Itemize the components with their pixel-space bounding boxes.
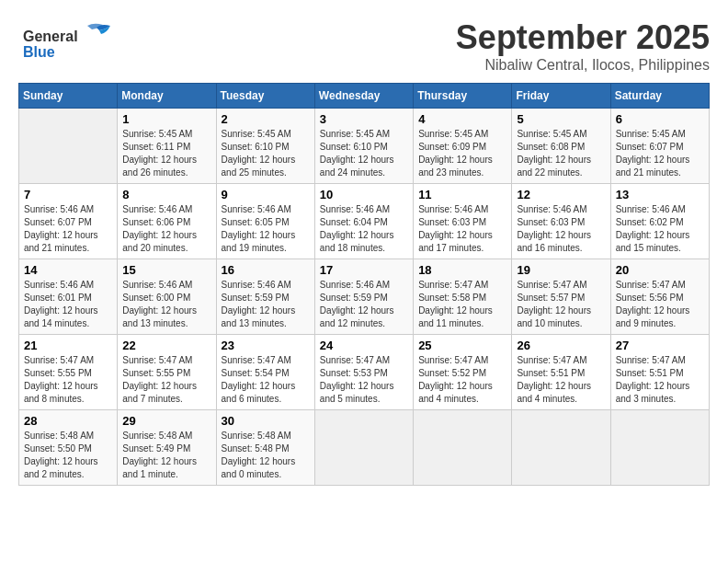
day-number: 7 — [24, 188, 112, 201]
calendar-cell: 27Sunrise: 5:47 AMSunset: 5:51 PMDayligh… — [610, 335, 709, 410]
day-info: Sunrise: 5:46 AMSunset: 6:00 PMDaylight:… — [122, 279, 210, 330]
day-number: 4 — [418, 112, 506, 126]
day-info: Sunrise: 5:45 AMSunset: 6:07 PMDaylight:… — [616, 128, 704, 179]
day-number: 3 — [320, 112, 408, 126]
calendar-cell: 13Sunrise: 5:46 AMSunset: 6:02 PMDayligh… — [610, 184, 709, 259]
day-info: Sunrise: 5:46 AMSunset: 6:02 PMDaylight:… — [616, 203, 704, 255]
calendar-cell — [19, 109, 118, 184]
calendar-cell: 28Sunrise: 5:48 AMSunset: 5:50 PMDayligh… — [19, 410, 118, 486]
calendar-cell: 26Sunrise: 5:47 AMSunset: 5:51 PMDayligh… — [512, 335, 610, 410]
day-info: Sunrise: 5:48 AMSunset: 5:48 PMDaylight:… — [222, 430, 310, 481]
calendar-cell: 18Sunrise: 5:47 AMSunset: 5:58 PMDayligh… — [414, 259, 512, 335]
calendar-cell: 3Sunrise: 5:45 AMSunset: 6:10 PMDaylight… — [314, 109, 413, 184]
day-number: 25 — [418, 339, 506, 352]
day-number: 27 — [616, 339, 704, 352]
day-number: 10 — [320, 188, 408, 201]
svg-text:General: General — [23, 29, 78, 44]
day-info: Sunrise: 5:45 AMSunset: 6:10 PMDaylight:… — [320, 128, 408, 179]
day-info: Sunrise: 5:45 AMSunset: 6:09 PMDaylight:… — [418, 128, 506, 179]
calendar-cell: 6Sunrise: 5:45 AMSunset: 6:07 PMDaylight… — [610, 109, 709, 184]
calendar-cell: 1Sunrise: 5:45 AMSunset: 6:11 PMDaylight… — [118, 109, 216, 184]
day-number: 17 — [320, 263, 408, 277]
calendar-cell: 15Sunrise: 5:46 AMSunset: 6:00 PMDayligh… — [118, 259, 216, 335]
day-number: 1 — [122, 112, 210, 126]
calendar-cell: 14Sunrise: 5:46 AMSunset: 6:01 PMDayligh… — [19, 259, 118, 335]
day-number: 14 — [24, 263, 112, 277]
day-info: Sunrise: 5:47 AMSunset: 5:55 PMDaylight:… — [122, 354, 210, 406]
day-info: Sunrise: 5:47 AMSunset: 5:52 PMDaylight:… — [418, 354, 506, 406]
day-info: Sunrise: 5:46 AMSunset: 6:01 PMDaylight:… — [24, 279, 112, 330]
day-info: Sunrise: 5:46 AMSunset: 6:03 PMDaylight:… — [517, 203, 605, 255]
calendar-cell: 9Sunrise: 5:46 AMSunset: 6:05 PMDaylight… — [216, 184, 314, 259]
day-info: Sunrise: 5:47 AMSunset: 5:54 PMDaylight:… — [222, 354, 310, 406]
day-info: Sunrise: 5:47 AMSunset: 5:51 PMDaylight:… — [616, 354, 704, 406]
day-number: 12 — [517, 188, 605, 201]
day-number: 30 — [222, 414, 310, 428]
calendar-cell: 30Sunrise: 5:48 AMSunset: 5:48 PMDayligh… — [216, 410, 314, 486]
column-header-friday: Friday — [512, 84, 610, 109]
day-info: Sunrise: 5:47 AMSunset: 5:55 PMDaylight:… — [24, 354, 112, 406]
day-info: Sunrise: 5:47 AMSunset: 5:53 PMDaylight:… — [320, 354, 408, 406]
location-title: Nibaliw Central, Ilocos, Philippines — [456, 57, 710, 74]
column-header-thursday: Thursday — [414, 84, 512, 109]
day-info: Sunrise: 5:45 AMSunset: 6:11 PMDaylight:… — [122, 128, 210, 179]
calendar-cell: 7Sunrise: 5:46 AMSunset: 6:07 PMDaylight… — [19, 184, 118, 259]
calendar-table: SundayMondayTuesdayWednesdayThursdayFrid… — [18, 83, 710, 486]
calendar-cell: 20Sunrise: 5:47 AMSunset: 5:56 PMDayligh… — [610, 259, 709, 335]
calendar-cell: 29Sunrise: 5:48 AMSunset: 5:49 PMDayligh… — [118, 410, 216, 486]
column-header-monday: Monday — [118, 84, 216, 109]
header-row: SundayMondayTuesdayWednesdayThursdayFrid… — [19, 84, 710, 109]
day-number: 28 — [24, 414, 112, 428]
calendar-cell: 5Sunrise: 5:45 AMSunset: 6:08 PMDaylight… — [512, 109, 610, 184]
logo: General Blue — [18, 18, 129, 64]
calendar-cell: 17Sunrise: 5:46 AMSunset: 5:59 PMDayligh… — [314, 259, 413, 335]
week-row-1: 1Sunrise: 5:45 AMSunset: 6:11 PMDaylight… — [19, 109, 710, 184]
calendar-cell: 19Sunrise: 5:47 AMSunset: 5:57 PMDayligh… — [512, 259, 610, 335]
day-number: 6 — [616, 112, 704, 126]
calendar-cell: 25Sunrise: 5:47 AMSunset: 5:52 PMDayligh… — [414, 335, 512, 410]
day-info: Sunrise: 5:46 AMSunset: 6:07 PMDaylight:… — [24, 203, 112, 255]
day-info: Sunrise: 5:46 AMSunset: 5:59 PMDaylight:… — [320, 279, 408, 330]
calendar-cell: 12Sunrise: 5:46 AMSunset: 6:03 PMDayligh… — [512, 184, 610, 259]
calendar-cell: 11Sunrise: 5:46 AMSunset: 6:03 PMDayligh… — [414, 184, 512, 259]
day-info: Sunrise: 5:46 AMSunset: 5:59 PMDaylight:… — [222, 279, 310, 330]
day-number: 11 — [418, 188, 506, 201]
title-section: September 2025 Nibaliw Central, Ilocos, … — [456, 18, 710, 74]
day-info: Sunrise: 5:48 AMSunset: 5:49 PMDaylight:… — [122, 430, 210, 481]
day-number: 8 — [122, 188, 210, 201]
day-number: 22 — [122, 339, 210, 352]
calendar-cell — [314, 410, 413, 486]
day-number: 13 — [616, 188, 704, 201]
calendar-cell: 22Sunrise: 5:47 AMSunset: 5:55 PMDayligh… — [118, 335, 216, 410]
day-info: Sunrise: 5:47 AMSunset: 5:57 PMDaylight:… — [517, 279, 605, 330]
day-number: 9 — [222, 188, 310, 201]
calendar-cell: 2Sunrise: 5:45 AMSunset: 6:10 PMDaylight… — [216, 109, 314, 184]
week-row-4: 21Sunrise: 5:47 AMSunset: 5:55 PMDayligh… — [19, 335, 710, 410]
calendar-cell: 23Sunrise: 5:47 AMSunset: 5:54 PMDayligh… — [216, 335, 314, 410]
week-row-5: 28Sunrise: 5:48 AMSunset: 5:50 PMDayligh… — [19, 410, 710, 486]
day-number: 18 — [418, 263, 506, 277]
week-row-2: 7Sunrise: 5:46 AMSunset: 6:07 PMDaylight… — [19, 184, 710, 259]
calendar-cell: 10Sunrise: 5:46 AMSunset: 6:04 PMDayligh… — [314, 184, 413, 259]
day-number: 26 — [517, 339, 605, 352]
calendar-cell: 4Sunrise: 5:45 AMSunset: 6:09 PMDaylight… — [414, 109, 512, 184]
month-title: September 2025 — [456, 18, 710, 57]
day-number: 16 — [222, 263, 310, 277]
day-info: Sunrise: 5:48 AMSunset: 5:50 PMDaylight:… — [24, 430, 112, 481]
day-number: 29 — [122, 414, 210, 428]
day-number: 2 — [222, 112, 310, 126]
calendar-cell: 8Sunrise: 5:46 AMSunset: 6:06 PMDaylight… — [118, 184, 216, 259]
calendar-cell: 21Sunrise: 5:47 AMSunset: 5:55 PMDayligh… — [19, 335, 118, 410]
day-info: Sunrise: 5:47 AMSunset: 5:56 PMDaylight:… — [616, 279, 704, 330]
calendar-cell: 24Sunrise: 5:47 AMSunset: 5:53 PMDayligh… — [314, 335, 413, 410]
column-header-tuesday: Tuesday — [216, 84, 314, 109]
column-header-saturday: Saturday — [610, 84, 709, 109]
calendar-cell — [512, 410, 610, 486]
day-number: 15 — [122, 263, 210, 277]
day-number: 5 — [517, 112, 605, 126]
day-info: Sunrise: 5:45 AMSunset: 6:08 PMDaylight:… — [517, 128, 605, 179]
day-number: 19 — [517, 263, 605, 277]
column-header-sunday: Sunday — [19, 84, 118, 109]
day-number: 21 — [24, 339, 112, 352]
day-info: Sunrise: 5:46 AMSunset: 6:03 PMDaylight:… — [418, 203, 506, 255]
